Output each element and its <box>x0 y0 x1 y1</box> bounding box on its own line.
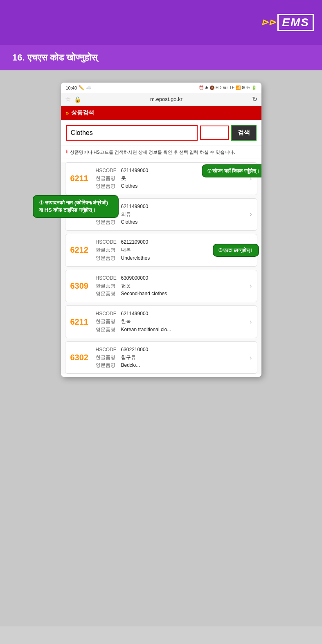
result-code: 6212 <box>70 245 92 255</box>
english-value: Clothes <box>121 182 138 190</box>
english-label: 영문품명 <box>96 218 117 226</box>
status-hd-icon: HD <box>216 85 221 90</box>
result-details: HSCODE 6302210000 한글품명 침구류 영문품명 Bedclo..… <box>96 346 246 370</box>
arrows-icon: » <box>66 110 69 116</box>
url-bar[interactable]: m.epost.go.kr <box>84 96 249 102</box>
korean-label: 한글품명 <box>96 354 117 361</box>
result-details: HSCODE 6309000000 한글품명 헌옷 영문품명 Second-ha… <box>96 274 246 298</box>
step-title-bar: 16. एचएस कोड खोज्नुहोस् <box>0 45 322 70</box>
status-battery-icon: 🔋 <box>252 85 257 90</box>
status-right: ⏰ ✱ 🔕 HD VoLTE 📶 80% 🔋 <box>199 85 257 90</box>
korean-value: 내복 <box>121 246 131 254</box>
status-bar: 10:40 ✏️ ☁️ ⏰ ✱ 🔕 HD VoLTE 📶 80% 🔋 <box>61 83 261 93</box>
chevron-right-icon: › <box>250 354 252 361</box>
hscode-value: 6309000000 <box>121 274 149 282</box>
english-label: 영문품명 <box>96 361 117 369</box>
info-icon: ℹ <box>66 149 68 155</box>
english-value: Clothes <box>121 218 138 226</box>
ems-brand-text: EMS <box>277 14 314 31</box>
phone-wrapper: ① उत्पादनको नाम (कोरियन/अंग्रेजी) वा HS … <box>20 83 302 377</box>
search-input-secondary[interactable] <box>200 126 229 140</box>
hscode-label: HSCODE <box>96 167 117 175</box>
hscode-value: 6302210000 <box>121 346 149 354</box>
english-value: Second-hand clothes <box>121 290 167 298</box>
status-alarm-icon: ⏰ <box>199 85 204 90</box>
hscode-value: 6211499000 <box>121 167 149 175</box>
status-signal-icon: 📶 <box>236 85 241 90</box>
korean-value: 헌옷 <box>121 282 131 290</box>
hscode-label: HSCODE <box>96 346 117 354</box>
status-cloud-icon: ☁️ <box>86 85 92 90</box>
search-area: 검색 <box>61 120 261 146</box>
korean-label: 한글품명 <box>96 282 117 290</box>
result-item[interactable]: 6309 HSCODE 6309000000 한글품명 헌옷 영문품명 Seco <box>65 270 257 303</box>
result-item[interactable]: 6212 HSCODE 6212109000 한글품명 내복 영문품명 Unde <box>65 234 257 267</box>
english-value: Bedclo... <box>121 361 140 369</box>
korean-label: 한글품명 <box>96 175 117 182</box>
ems-logo: ⊳⊳ EMS <box>261 14 314 31</box>
section-label: 상품검색 <box>71 109 94 117</box>
korean-value: 의류 <box>121 211 131 218</box>
result-code: 6309 <box>70 281 92 291</box>
info-text-content: 상품명이나 HS코드를 검색하시면 상세 정보를 확인 후 선택 입력 하실 수… <box>70 149 235 155</box>
status-time: 10:40 <box>66 85 77 90</box>
tooltip-3: ③ एउटा छान्नुहोस्। <box>213 244 259 257</box>
english-value: Korean traditional clo... <box>121 326 171 334</box>
hscode-label: HSCODE <box>96 310 117 318</box>
main-content: ① उत्पादनको नाम (कोरियन/अंग्रेजी) वा HS … <box>0 70 322 626</box>
chevron-right-icon: › <box>250 282 252 289</box>
korean-label: 한글품명 <box>96 246 117 254</box>
hscode-label: HSCODE <box>96 274 117 282</box>
korean-value: 침구류 <box>121 354 136 361</box>
result-code: 6211 <box>70 317 92 327</box>
status-left: 10:40 ✏️ ☁️ <box>66 85 92 90</box>
korean-value: 옷 <box>121 175 126 182</box>
red-section-bar: » 상품검색 <box>61 106 261 120</box>
phone-mockup: 10:40 ✏️ ☁️ ⏰ ✱ 🔕 HD VoLTE 📶 80% 🔋 ☆ <box>61 83 261 377</box>
hscode-label: HSCODE <box>96 238 117 246</box>
status-volte-icon: VoLTE <box>223 85 234 90</box>
english-label: 영문품명 <box>96 326 117 334</box>
info-text-bar: ℹ 상품명이나 HS코드를 검색하시면 상세 정보를 확인 후 선택 입력 하실… <box>61 146 261 159</box>
status-mute-icon: 🔕 <box>209 85 214 90</box>
ems-wings-icon: ⊳⊳ <box>261 17 276 28</box>
chevron-right-icon: › <box>250 211 252 218</box>
browser-bar[interactable]: ☆ 🔒 m.epost.go.kr ↻ <box>61 93 261 106</box>
korean-value: 한복 <box>121 318 131 325</box>
refresh-icon[interactable]: ↻ <box>252 95 257 103</box>
english-label: 영문품명 <box>96 182 117 190</box>
result-details: HSCODE 6211499000 한글품명 한복 영문품명 Korean tr… <box>96 310 246 334</box>
lock-icon: 🔒 <box>74 96 81 103</box>
search-button[interactable]: 검색 <box>231 125 257 141</box>
hscode-value: 6212109000 <box>121 238 149 246</box>
result-code: 6302 <box>70 353 92 362</box>
tooltip-1: ① उत्पादनको नाम (कोरियन/अंग्रेजी) वा HS … <box>33 195 119 218</box>
status-edit-icon: ✏️ <box>79 85 84 90</box>
bookmark-icon[interactable]: ☆ <box>65 95 71 103</box>
hscode-value: 6211499000 <box>121 203 149 211</box>
english-label: 영문품명 <box>96 254 117 262</box>
korean-label: 한글품명 <box>96 318 117 325</box>
chevron-right-icon: › <box>250 318 252 325</box>
hscode-value: 6211499000 <box>121 310 149 318</box>
top-header: ⊳⊳ EMS <box>0 0 322 45</box>
status-battery: 80% <box>242 85 250 90</box>
page-title: 16. एचएस कोड खोज्नुहोस् <box>12 52 310 63</box>
english-label: 영문품명 <box>96 290 117 298</box>
result-code: 6211 <box>70 174 92 183</box>
status-bt-icon: ✱ <box>205 85 208 90</box>
result-item[interactable]: 6302 HSCODE 6302210000 한글품명 침구류 영문품명 Bed <box>65 341 257 374</box>
english-value: Underclothes <box>121 254 150 262</box>
result-item[interactable]: 6211 HSCODE 6211499000 한글품명 한복 영문품명 Kore <box>65 305 257 338</box>
tooltip-2: ② खोज्न यहाँ क्लिक गर्नुहोस्। <box>202 164 261 177</box>
search-input[interactable] <box>66 125 198 141</box>
